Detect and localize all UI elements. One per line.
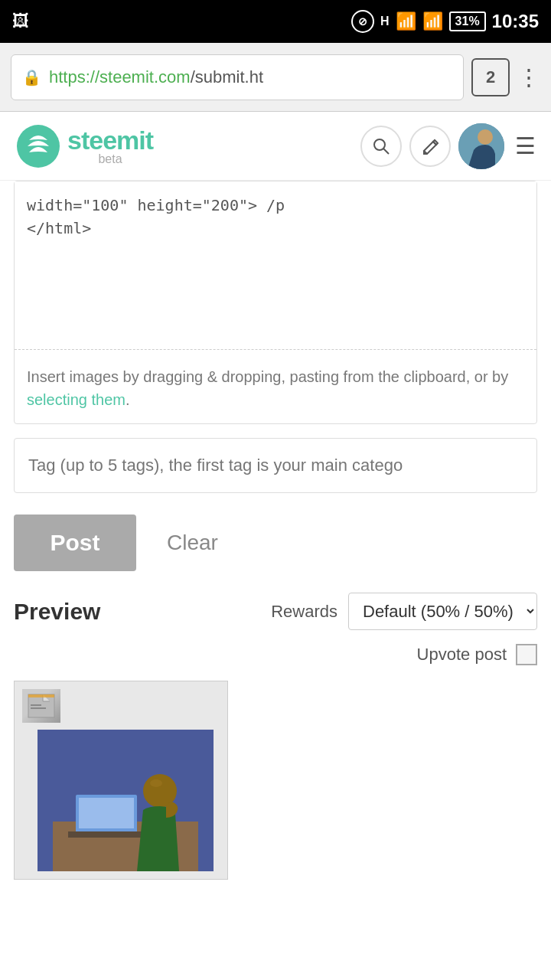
svg-rect-6 — [31, 704, 41, 706]
svg-point-1 — [374, 139, 385, 150]
tag-input[interactable] — [28, 456, 523, 475]
lock-icon: 🔒 — [22, 68, 41, 87]
upvote-row: Upvote post — [14, 644, 537, 665]
avatar-image — [458, 123, 504, 169]
signal-h-icon: H — [380, 15, 390, 28]
preview-scene-svg — [37, 730, 214, 871]
compose-button[interactable] — [409, 126, 451, 167]
signal-bars-2: 📶 — [422, 11, 443, 31]
svg-rect-13 — [68, 831, 145, 838]
browser-menu-button[interactable]: ⋮ — [517, 64, 540, 90]
file-icon-svg — [26, 692, 57, 720]
svg-line-2 — [383, 149, 389, 154]
logo-area: steemit beta — [15, 123, 350, 169]
dnd-icon: ⊘ — [351, 10, 374, 33]
select-images-link[interactable]: selecting them — [27, 391, 126, 408]
svg-rect-8 — [28, 694, 54, 697]
post-button[interactable]: Post — [14, 514, 136, 571]
signal-bars: 📶 — [396, 11, 416, 31]
drop-hint: Insert images by dragging & dropping, pa… — [15, 353, 536, 423]
url-text: https://steemit.comhttps://steemit.com/s… — [49, 67, 263, 87]
user-avatar[interactable] — [458, 123, 504, 169]
preview-section: Preview Rewards Default (50% / 50%) Upvo… — [0, 593, 551, 880]
avatar-svg — [458, 123, 504, 169]
preview-title: Preview — [14, 599, 100, 625]
preview-image-box — [14, 681, 228, 880]
preview-main-image — [37, 730, 214, 871]
svg-rect-7 — [31, 707, 46, 709]
battery-icon: 31% — [449, 11, 486, 31]
search-button[interactable] — [360, 126, 402, 167]
status-bar: 🖼 ⊘ H 📶 📶 31% 10:35 — [0, 0, 551, 43]
svg-point-4 — [478, 129, 493, 145]
steemit-logo-icon — [15, 123, 61, 169]
buttons-row: Post Clear — [14, 514, 537, 571]
rewards-area: Rewards Default (50% / 50%) — [271, 593, 537, 630]
svg-rect-12 — [79, 798, 134, 828]
hamburger-menu-button[interactable]: ☰ — [515, 132, 536, 159]
svg-point-0 — [17, 125, 60, 168]
pencil-icon — [422, 138, 439, 155]
address-bar: 🔒 https://steemit.comhttps://steemit.com… — [0, 43, 551, 112]
logo-text: steemit beta — [67, 127, 153, 165]
post-body-editor[interactable]: width="100" height="200"> /p </html> — [15, 181, 536, 350]
tab-count[interactable]: 2 — [471, 58, 510, 96]
tag-input-container[interactable] — [14, 438, 537, 493]
site-header: steemit beta — [0, 112, 551, 181]
clear-button[interactable]: Clear — [167, 531, 218, 555]
rewards-label: Rewards — [271, 602, 337, 622]
svg-point-15 — [150, 779, 162, 787]
preview-file-icon — [22, 689, 60, 723]
upvote-checkbox[interactable] — [516, 644, 537, 665]
status-right: ⊘ H 📶 📶 31% 10:35 — [351, 10, 539, 33]
upvote-label: Upvote post — [417, 645, 507, 665]
editor-container: width="100" height="200"> /p </html> Ins… — [14, 181, 537, 424]
url-input[interactable]: 🔒 https://steemit.comhttps://steemit.com… — [11, 54, 464, 100]
clock: 10:35 — [492, 11, 539, 32]
rewards-select[interactable]: Default (50% / 50%) — [348, 593, 537, 630]
main-content: width="100" height="200"> /p </html> Ins… — [0, 181, 551, 880]
photo-icon: 🖼 — [12, 11, 29, 31]
header-icons: ☰ — [360, 123, 536, 169]
preview-header: Preview Rewards Default (50% / 50%) — [14, 593, 537, 630]
search-icon — [373, 138, 390, 155]
status-left: 🖼 — [12, 11, 29, 31]
